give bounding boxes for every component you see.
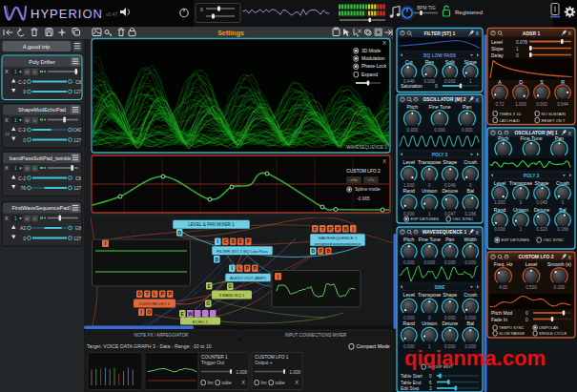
- svg-text:1: 1: [516, 47, 519, 52]
- svg-text:0.944: 0.944: [557, 102, 568, 107]
- svg-text:Level: Level: [403, 292, 415, 298]
- svg-text:Crush: Crush: [464, 292, 477, 298]
- svg-text:Bal: Bal: [467, 320, 475, 326]
- svg-text:Table End: Table End: [401, 381, 422, 385]
- svg-text:M: M: [26, 70, 30, 74]
- svg-text:0: 0: [516, 53, 519, 58]
- svg-text:Inv: Inv: [261, 381, 268, 385]
- svg-text:C: C: [223, 238, 227, 244]
- svg-text:Level: Level: [525, 261, 537, 267]
- svg-text:Compact Mode: Compact Mode: [357, 343, 390, 349]
- svg-text:SLOW RANGE: SLOW RANGE: [499, 331, 525, 336]
- svg-text:RESET ON T: RESET ON T: [542, 118, 566, 123]
- svg-text:-0.965: -0.965: [357, 196, 370, 201]
- svg-text:Transpose: Transpose: [418, 292, 441, 298]
- svg-text:F: F: [314, 226, 317, 232]
- svg-text:0.166: 0.166: [557, 227, 568, 232]
- svg-text:ShapeModEchoPad: ShapeModEchoPad: [18, 107, 66, 113]
- svg-text:Pitch: Pitch: [407, 104, 419, 110]
- svg-text:Detune: Detune: [442, 188, 458, 194]
- svg-text:TIMES X 10: TIMES X 10: [500, 112, 522, 116]
- svg-text:Bal: Bal: [467, 188, 475, 194]
- svg-text:WAVESEQUENCE 1: WAVESEQUENCE 1: [422, 229, 467, 235]
- svg-text:0: 0: [23, 236, 26, 241]
- svg-text:0.000: 0.000: [444, 260, 456, 265]
- svg-text:Expand: Expand: [361, 72, 378, 77]
- svg-text:S: S: [33, 217, 36, 221]
- svg-text:X: X: [476, 31, 480, 36]
- svg-text:D: D: [215, 257, 218, 262]
- svg-text:W: W: [188, 311, 193, 317]
- svg-text:X: X: [382, 40, 386, 46]
- svg-text:HYPERION: HYPERION: [31, 7, 103, 21]
- svg-text:127: 127: [73, 90, 81, 94]
- svg-text:D: D: [177, 230, 181, 236]
- svg-text:v0.47: v0.47: [106, 11, 117, 17]
- svg-text:Trigger Out: Trigger Out: [201, 361, 225, 365]
- svg-text:M: M: [415, 98, 418, 102]
- svg-text:M: M: [505, 256, 508, 259]
- svg-text:0.72: 0.72: [496, 102, 505, 107]
- svg-text:mHp: mHp: [350, 178, 357, 182]
- svg-text:X: X: [5, 216, 9, 221]
- svg-text:Fine Tune: Fine Tune: [428, 104, 450, 110]
- svg-text:t-Pa: t-Pa: [368, 178, 374, 182]
- svg-text:Detune: Detune: [442, 320, 458, 326]
- svg-text:B: B: [326, 248, 330, 254]
- svg-text:0: 0: [520, 200, 523, 205]
- svg-text:X: X: [5, 117, 9, 123]
- svg-text:0.000: 0.000: [465, 260, 477, 265]
- svg-text:-12: -12: [4, 132, 10, 136]
- svg-text:EXP DETUNES: EXP DETUNES: [411, 217, 440, 221]
- svg-text:S: S: [33, 70, 36, 74]
- svg-text:Shape: Shape: [443, 292, 457, 298]
- svg-text:Phase Lock: Phase Lock: [361, 63, 387, 69]
- svg-text:0.000: 0.000: [536, 102, 547, 107]
- svg-text:1.000: 1.000: [515, 102, 526, 107]
- svg-text:0: 0: [562, 200, 565, 205]
- svg-text:WAVESEQUENCE 1: WAVESEQUENCE 1: [319, 236, 358, 240]
- svg-text:T: T: [321, 226, 324, 232]
- svg-text:qiqianma.com: qiqianma.com: [404, 346, 546, 370]
- svg-text:L: L: [154, 291, 156, 297]
- svg-text:X: X: [295, 380, 299, 385]
- svg-text:8: 8: [200, 7, 203, 12]
- svg-text:WAVESEQUENCE 1: WAVESEQUENCE 1: [346, 145, 387, 150]
- svg-text:Pitch: Pitch: [403, 237, 415, 242]
- svg-text:R: R: [561, 79, 565, 85]
- svg-text:BQ LOW PASS: BQ LOW PASS: [423, 53, 457, 58]
- svg-text:Unison: Unison: [422, 320, 437, 326]
- svg-text:Poly Drifter: Poly Drifter: [29, 59, 55, 65]
- svg-text:1: 1: [14, 216, 17, 221]
- svg-text:unnamed wavesequence: unnamed wavesequence: [315, 241, 361, 246]
- svg-text:1: 1: [520, 227, 523, 232]
- svg-text:C-2: C-2: [18, 127, 26, 133]
- svg-text:X: X: [476, 230, 480, 236]
- svg-text:0.000: 0.000: [444, 79, 456, 84]
- svg-text:CUSTOM LFO 2: CUSTOM LFO 2: [518, 254, 553, 259]
- svg-text:FirstWaveSequencePad3: FirstWaveSequencePad3: [11, 205, 72, 211]
- svg-text:Edit Step: Edit Step: [401, 386, 420, 391]
- svg-text:1.000: 1.000: [494, 200, 505, 205]
- svg-text:0.500: 0.500: [525, 285, 537, 290]
- svg-text:Smooth (s): Smooth (s): [547, 261, 572, 267]
- svg-text:X: X: [568, 31, 572, 36]
- svg-text:0: 0: [23, 137, 26, 143]
- svg-text:CUSTOM LFO 2: CUSTOM LFO 2: [346, 169, 381, 174]
- svg-text:S: S: [33, 118, 36, 123]
- svg-text:0: 0: [23, 89, 26, 94]
- svg-text:POLY 3: POLY 3: [524, 174, 540, 178]
- svg-text:Fine Tune: Fine Tune: [419, 237, 441, 242]
- svg-text:0.000: 0.000: [403, 260, 415, 265]
- svg-text:Level: Level: [403, 159, 415, 165]
- svg-text:0: 0: [435, 83, 438, 89]
- svg-text:M: M: [26, 166, 30, 171]
- svg-text:0.000: 0.000: [424, 260, 436, 265]
- svg-text:F: F: [319, 248, 322, 254]
- svg-text:CUSTOM LFO 1: CUSTOM LFO 1: [255, 355, 289, 360]
- svg-text:Spline mode: Spline mode: [355, 187, 381, 192]
- svg-text:FILTER [ST] 1: FILTER [ST] 1: [424, 31, 456, 36]
- svg-text:FILTER (ST) 1 BQ Low-Pass: FILTER (ST) 1 BQ Low-Pass: [216, 249, 268, 254]
- svg-text:76: 76: [20, 185, 26, 191]
- svg-text:M: M: [415, 231, 418, 235]
